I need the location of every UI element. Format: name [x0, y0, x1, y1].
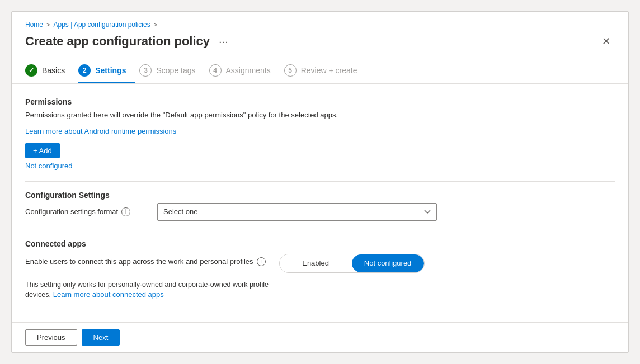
- modal-container: Home > Apps | App configuration policies…: [11, 11, 629, 353]
- modal-title: Create app configuration policy: [25, 34, 210, 49]
- config-settings-title: Configuration Settings: [25, 191, 615, 200]
- toggle-option-enabled[interactable]: Enabled: [280, 254, 352, 272]
- tab-assignments-circle: 4: [209, 64, 222, 77]
- config-format-label: Configuration settings format i: [25, 207, 148, 216]
- modal-content: Permissions Permissions granted here wil…: [12, 84, 628, 322]
- tab-assignments: 4 Assignments: [209, 59, 280, 83]
- next-button[interactable]: Next: [82, 329, 120, 346]
- tab-basics-circle: ✓: [25, 64, 37, 77]
- wizard-tabs: ✓ Basics 2 Settings 3 Scope tags 4 Assig…: [12, 59, 628, 84]
- breadcrumb-sep2: >: [154, 21, 157, 28]
- toggle-option-not-configured[interactable]: Not configured: [352, 254, 424, 272]
- more-options-button[interactable]: ···: [215, 34, 232, 49]
- connected-apps-note-wrapper: This setting only works for personally-o…: [25, 280, 294, 301]
- tab-assignments-label: Assignments: [226, 66, 271, 75]
- close-button[interactable]: ✕: [597, 33, 615, 50]
- connected-apps-section: Connected apps Enable users to connect t…: [25, 239, 615, 301]
- tab-scope-tags-label: Scope tags: [156, 66, 195, 75]
- connected-apps-toggle-wrapper: Enabled Not configured: [279, 254, 425, 273]
- modal-title-left: Create app configuration policy ···: [25, 34, 232, 49]
- config-format-row: Configuration settings format i Select o…: [25, 203, 615, 221]
- permissions-description: Permissions granted here will override t…: [25, 110, 615, 121]
- tab-review-create: 5 Review + create: [284, 59, 366, 83]
- permissions-learn-more-link[interactable]: Learn more about Android runtime permiss…: [25, 127, 176, 135]
- breadcrumb-apps[interactable]: Apps | App configuration policies: [53, 21, 150, 29]
- tab-review-create-label: Review + create: [301, 66, 357, 75]
- add-button[interactable]: + Add: [25, 143, 60, 158]
- connected-apps-learn-more-link[interactable]: Learn more about connected apps: [53, 290, 164, 299]
- divider-1: [25, 181, 615, 182]
- config-format-info-icon[interactable]: i: [121, 207, 130, 216]
- permissions-title: Permissions: [25, 97, 615, 106]
- connected-apps-info-icon[interactable]: i: [257, 257, 266, 266]
- config-settings-section: Configuration Settings Configuration set…: [25, 191, 615, 221]
- config-format-dropdown[interactable]: Select one: [157, 203, 437, 221]
- tab-scope-tags: 3 Scope tags: [139, 59, 204, 83]
- tab-settings-circle: 2: [78, 64, 91, 77]
- tab-settings[interactable]: 2 Settings: [78, 59, 135, 83]
- connected-apps-title: Connected apps: [25, 239, 615, 248]
- tab-basics-label: Basics: [42, 66, 65, 75]
- connected-apps-toggle[interactable]: Enabled Not configured: [279, 254, 425, 273]
- modal-title-row: Create app configuration policy ··· ✕: [25, 33, 615, 50]
- tab-scope-tags-circle: 3: [139, 64, 152, 77]
- tab-basics[interactable]: ✓ Basics: [25, 59, 74, 83]
- modal-footer: Previous Next: [12, 322, 628, 352]
- breadcrumb-home[interactable]: Home: [25, 21, 43, 29]
- previous-button[interactable]: Previous: [25, 329, 77, 346]
- permissions-section: Permissions Permissions granted here wil…: [25, 97, 615, 170]
- breadcrumb-sep1: >: [46, 21, 50, 28]
- select-container: Select one: [157, 203, 437, 221]
- permissions-not-configured: Not configured: [25, 162, 615, 170]
- connected-apps-label: Enable users to connect this app across …: [25, 254, 266, 266]
- tab-review-create-circle: 5: [284, 64, 297, 77]
- divider-2: [25, 230, 615, 230]
- tab-settings-label: Settings: [95, 66, 126, 75]
- connected-apps-toggle-row: Enable users to connect this app across …: [25, 254, 615, 273]
- modal-header: Home > Apps | App configuration policies…: [12, 12, 628, 59]
- breadcrumb: Home > Apps | App configuration policies…: [25, 21, 615, 29]
